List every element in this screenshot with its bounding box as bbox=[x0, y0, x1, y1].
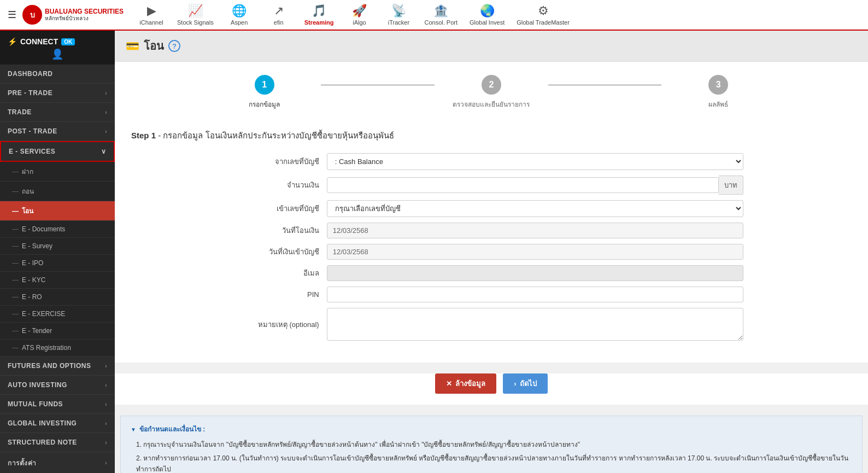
pin-input[interactable] bbox=[327, 287, 744, 302]
page-header-icon: 💳 bbox=[126, 39, 139, 52]
next-button[interactable]: › ถัดไป bbox=[503, 373, 547, 394]
dashboard-label: DASHBOARD bbox=[8, 70, 53, 78]
step-heading: Step 1 - กรอกข้อมูล โอนเงินหลักประกันระห… bbox=[131, 129, 852, 142]
sidebar-item-structured-note[interactable]: STRUCTURED NOTE › bbox=[0, 433, 115, 452]
eipo-label: E - IPO bbox=[22, 259, 43, 267]
logo-area: บ BUALUANG SECURITIES หลักทรัพย์บัวหลวง bbox=[22, 4, 124, 25]
sidebar-item-pre-trade[interactable]: PRE - TRADE › bbox=[0, 84, 115, 103]
ero-label: E - RO bbox=[22, 293, 42, 301]
stepper: 1 กรอกข้อมูล 2 ตรวจสอบและยืนยันรายการ 3 bbox=[208, 75, 775, 109]
terms-item-2: 2. หากทำรายการก่อนเวลา 17.00 น. (ในวันทำ… bbox=[131, 453, 852, 473]
nav-itracker[interactable]: 📡 iTracker bbox=[379, 2, 418, 28]
nav-consol-port[interactable]: 🏦 Consol. Port bbox=[419, 2, 463, 28]
stock-signals-icon: 📈 bbox=[188, 4, 203, 18]
sidebar-sub-ohn[interactable]: — โอน bbox=[0, 201, 115, 221]
global-trademaster-label: Global TradeMaster bbox=[517, 19, 570, 26]
nav-streaming[interactable]: 🎵 Streaming bbox=[299, 2, 339, 28]
logo-text: BUALUANG SECURITIES หลักทรัพย์บัวหลวง bbox=[45, 8, 124, 21]
nav-ichannel[interactable]: ▶ iChannel bbox=[132, 2, 171, 28]
transfer-date-input bbox=[327, 223, 744, 238]
terms-toggle-icon: ▼ bbox=[131, 425, 136, 434]
sidebar-item-e-services[interactable]: E - SERVICES ∨ bbox=[0, 141, 115, 162]
nav-items: ▶ iChannel 📈 Stock Signals 🌐 Aspen ↗ efi… bbox=[132, 2, 864, 28]
amount-input[interactable] bbox=[327, 177, 719, 193]
from-account-select[interactable]: : Cash Balance bbox=[327, 153, 744, 170]
sidebar-sub-esurvey[interactable]: — E - Survey bbox=[0, 238, 115, 255]
sidebar-item-mutual-funds[interactable]: MUTUAL FUNDS › bbox=[0, 395, 115, 414]
note-textarea[interactable] bbox=[327, 308, 744, 341]
nav-stock-signals[interactable]: 📈 Stock Signals bbox=[172, 2, 219, 28]
clear-button[interactable]: ✕ ล้างข้อมูล bbox=[435, 373, 496, 394]
terms-header[interactable]: ▼ ข้อกำหนดและเงื่อนไข : bbox=[131, 424, 852, 435]
sidebar-sub-ero[interactable]: — E - RO bbox=[0, 289, 115, 306]
layout: ⚡ CONNECT OK 👤 DASHBOARD PRE - TRADE › T… bbox=[0, 31, 868, 473]
sidebar-sub-etender[interactable]: — E - Tender bbox=[0, 323, 115, 340]
itracker-label: iTracker bbox=[388, 19, 409, 26]
sidebar-sub-edocuments[interactable]: — E - Documents bbox=[0, 221, 115, 238]
sidebar-item-global-investing[interactable]: GLOBAL INVESTING › bbox=[0, 414, 115, 433]
structured-note-label: STRUCTURED NOTE bbox=[8, 439, 77, 446]
consol-port-label: Consol. Port bbox=[424, 19, 458, 26]
ton-label: ถอน bbox=[22, 186, 34, 196]
step-1-label: กรอกข้อมูล bbox=[249, 99, 280, 109]
sidebar-sub-eexercise[interactable]: — E - EXERCISE bbox=[0, 306, 115, 323]
step-2-circle: 2 bbox=[482, 75, 501, 95]
sidebar-sub-ekyc[interactable]: — E - KYC bbox=[0, 272, 115, 289]
nav-global-invest[interactable]: 🌏 Global Invest bbox=[464, 2, 510, 28]
sidebar-item-settings[interactable]: การตั้งค่า › bbox=[0, 452, 115, 473]
sidebar-sub-fak[interactable]: — ฝาก bbox=[0, 162, 115, 182]
step-line-1 bbox=[321, 84, 435, 86]
ichannel-icon: ▶ bbox=[147, 4, 156, 18]
from-account-row: จากเลขที่บัญชี : Cash Balance bbox=[239, 153, 744, 170]
etender-label: E - Tender bbox=[22, 327, 52, 335]
post-trade-label: POST - TRADE bbox=[8, 127, 57, 135]
top-nav: ☰ บ BUALUANG SECURITIES หลักทรัพย์บัวหลว… bbox=[0, 0, 868, 31]
pre-trade-chevron: › bbox=[105, 90, 107, 96]
efin-icon: ↗ bbox=[274, 4, 284, 18]
terms-item-1: 1. กรุณาระบุจำนวนเงินโอนจาก "บัญชีซื้อขา… bbox=[131, 439, 852, 450]
to-account-select[interactable]: กรุณาเลือกเลขที่บัญชี bbox=[327, 200, 744, 217]
step-3-circle: 3 bbox=[708, 75, 728, 95]
consol-port-icon: 🏦 bbox=[433, 4, 448, 18]
page-header: 💳 โอน ? bbox=[115, 31, 868, 62]
sidebar-sub-ton[interactable]: — ถอน bbox=[0, 182, 115, 201]
hamburger-button[interactable]: ☰ bbox=[4, 5, 20, 24]
settings-chevron: › bbox=[105, 460, 107, 466]
sidebar-item-trade[interactable]: TRADE › bbox=[0, 103, 115, 122]
note-row: หมายเหตุ (optional) bbox=[239, 308, 744, 341]
user-icon: 👤 bbox=[8, 46, 107, 60]
auto-investing-chevron: › bbox=[105, 382, 107, 388]
stepper-area: 1 กรอกข้อมูล 2 ตรวจสอบและยืนยันรายการ 3 bbox=[115, 62, 868, 118]
sidebar-sub-eipo[interactable]: — E - IPO bbox=[0, 255, 115, 272]
sidebar-item-auto-investing[interactable]: AUTO INVESTING › bbox=[0, 376, 115, 395]
terms-header-text: ข้อกำหนดและเงื่อนไข : bbox=[139, 424, 205, 435]
global-investing-chevron: › bbox=[105, 421, 107, 427]
note-label: หมายเหตุ (optional) bbox=[239, 319, 327, 330]
e-services-label: E - SERVICES bbox=[9, 148, 55, 155]
nav-ialgo[interactable]: 🚀 iAlgo bbox=[340, 2, 378, 28]
nav-global-trademaster[interactable]: ⚙ Global TradeMaster bbox=[511, 2, 575, 28]
edocuments-label: E - Documents bbox=[22, 225, 65, 233]
post-trade-chevron: › bbox=[105, 129, 107, 135]
email-input[interactable] bbox=[327, 265, 744, 281]
efin-label: efin bbox=[274, 19, 284, 26]
email-label: อีเมล bbox=[239, 267, 327, 279]
sidebar-sub-ats[interactable]: — ATS Registration bbox=[0, 340, 115, 357]
form-area: Step 1 - กรอกข้อมูล โอนเงินหลักประกันระห… bbox=[115, 118, 868, 363]
help-button[interactable]: ? bbox=[168, 40, 180, 52]
ekyc-label: E - KYC bbox=[22, 276, 45, 284]
transfer-date-row: วันที่โอนเงิน bbox=[239, 223, 744, 238]
mutual-funds-label: MUTUAL FUNDS bbox=[8, 400, 63, 408]
amount-row: จำนวนเงิน บาท bbox=[239, 176, 744, 195]
sidebar-menu: DASHBOARD PRE - TRADE › TRADE › POST - T… bbox=[0, 65, 115, 473]
sidebar: ⚡ CONNECT OK 👤 DASHBOARD PRE - TRADE › T… bbox=[0, 31, 115, 473]
nav-aspen[interactable]: 🌐 Aspen bbox=[220, 2, 259, 28]
sidebar-item-post-trade[interactable]: POST - TRADE › bbox=[0, 122, 115, 141]
sidebar-item-futures[interactable]: FUTURES AND OPTIONS › bbox=[0, 357, 115, 376]
to-account-label: เข้าเลขที่บัญชี bbox=[239, 203, 327, 214]
amount-unit: บาท bbox=[719, 176, 743, 195]
nav-efin[interactable]: ↗ efin bbox=[260, 2, 298, 28]
amount-input-group: บาท bbox=[327, 176, 744, 195]
sidebar-item-dashboard[interactable]: DASHBOARD bbox=[0, 65, 115, 84]
step-1-circle: 1 bbox=[255, 75, 274, 95]
